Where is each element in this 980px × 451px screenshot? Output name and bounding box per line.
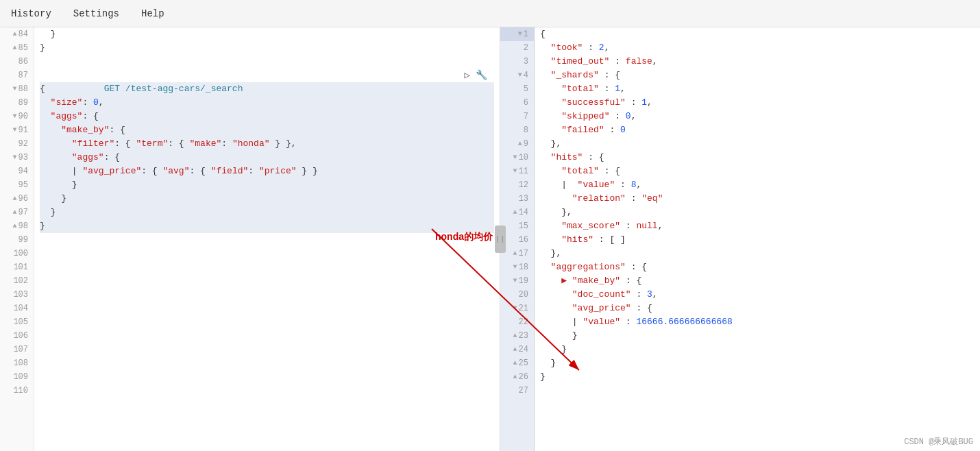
rcode-21: "avg_price" : { [540, 302, 975, 315]
rcode-4: "_shards" : { [540, 69, 975, 82]
line-num-102: 102 [0, 274, 34, 288]
line-num-108: 108 [0, 356, 34, 370]
rline-14: ▲14 [500, 206, 534, 219]
code-line-99 [40, 233, 494, 247]
line-num-95: 95 [0, 178, 34, 192]
panel-divider[interactable]: || [495, 226, 506, 253]
line-num-97: ▲97 [0, 206, 34, 219]
line-num-89: 89 [0, 96, 34, 110]
line-num-103: 103 [0, 288, 34, 302]
line-num-91: ▼91 [0, 123, 34, 137]
code-line-90: "aggs": { [40, 110, 494, 123]
rline-7: 7 [500, 110, 534, 123]
rline-27: 27 [500, 384, 534, 398]
rcode-14: }, [540, 206, 975, 219]
left-line-numbers: ▲84 ▲85 86 87 ▼88 89 ▼90 ▼91 92 ▼93 94 9… [0, 27, 34, 451]
code-line-107 [40, 343, 494, 356]
rline-6: 6 [500, 96, 534, 110]
code-line-94: | "avg_price": { "avg": { "field": "pric… [40, 164, 494, 178]
code-line-95: } [40, 178, 494, 192]
rcode-26: } [540, 370, 975, 384]
line-num-104: 104 [0, 302, 34, 315]
rcode-16: "hits" : [ ] [540, 233, 975, 247]
line-num-109: 109 [0, 370, 34, 384]
line-num-107: 107 [0, 343, 34, 356]
right-code-area: ▼1 2 3 ▼4 5 6 7 8 ▲9 ▼10 ▼11 12 13 ▲14 1… [500, 27, 980, 451]
rcode-6: "successful" : 1, [540, 96, 975, 110]
watermark: CSDN @乘风破BUG [904, 436, 973, 448]
main-area: ▲84 ▲85 86 87 ▼88 89 ▼90 ▼91 92 ▼93 94 9… [0, 27, 980, 451]
rline-1: ▼1 [500, 27, 534, 41]
rline-12: 12 [500, 178, 534, 192]
code-line-109 [40, 370, 494, 384]
code-line-104 [40, 302, 494, 315]
menubar: History Settings Help [0, 0, 980, 27]
right-code-content: { "took" : 2, "timed_out" : false, "_sha… [535, 27, 980, 451]
rcode-1: { [540, 27, 975, 41]
code-line-103 [40, 288, 494, 302]
code-line-85: } [40, 41, 494, 55]
line-num-86: 86 [0, 55, 34, 69]
code-line-92: "filter": { "term": { "make": "honda" } … [40, 137, 494, 151]
rcode-15: "max_score" : null, [540, 219, 975, 233]
line-num-100: 100 [0, 247, 34, 260]
menu-help[interactable]: Help [137, 5, 169, 22]
rline-23: ▲23 [500, 329, 534, 343]
rcode-19: ▶ "make_by" : { [540, 274, 975, 288]
line-num-88: ▼88 [0, 82, 34, 96]
left-panel: ▲84 ▲85 86 87 ▼88 89 ▼90 ▼91 92 ▼93 94 9… [0, 27, 500, 451]
code-line-89: "size": 0, [40, 96, 494, 110]
rline-25: ▲25 [500, 356, 534, 370]
line-num-87: 87 [0, 69, 34, 82]
rline-11: ▼11 [500, 164, 534, 178]
rcode-5: "total" : 1, [540, 82, 975, 96]
menu-history[interactable]: History [7, 5, 56, 22]
rcode-3: "timed_out" : false, [540, 55, 975, 69]
rline-3: 3 [500, 55, 534, 69]
rline-21: ▼21 [500, 302, 534, 315]
rcode-8: "failed" : 0 [540, 123, 975, 137]
run-icon[interactable]: ▷ [465, 69, 470, 82]
code-line-108 [40, 356, 494, 370]
code-line-102 [40, 274, 494, 288]
left-code-area: ▲84 ▲85 86 87 ▼88 89 ▼90 ▼91 92 ▼93 94 9… [0, 27, 500, 451]
rcode-24: } [540, 343, 975, 356]
app-container: History Settings Help ▲84 ▲85 86 87 ▼88 … [0, 0, 980, 451]
code-line-93: "aggs": { [40, 151, 494, 164]
code-line-98: } [40, 219, 494, 233]
rline-22: 22 [500, 315, 534, 329]
code-line-105 [40, 315, 494, 329]
rcode-18: "aggregations" : { [540, 260, 975, 274]
rline-4: ▼4 [500, 69, 534, 82]
line-num-105: 105 [0, 315, 34, 329]
line-num-84: ▲84 [0, 27, 34, 41]
line-num-93: ▼93 [0, 151, 34, 164]
rline-13: 13 [500, 192, 534, 206]
rline-9: ▲9 [500, 137, 534, 151]
rcode-2: "took" : 2, [540, 41, 975, 55]
code-line-84: } [40, 27, 494, 41]
rcode-25: } [540, 356, 975, 370]
line-num-101: 101 [0, 260, 34, 274]
code-line-96: } [40, 192, 494, 206]
line-num-90: ▼90 [0, 110, 34, 123]
rcode-13: "relation" : "eq" [540, 192, 975, 206]
toolbar-icons: ▷ 🔧 [465, 69, 487, 82]
code-line-101 [40, 260, 494, 274]
wrench-icon[interactable]: 🔧 [476, 69, 487, 82]
code-line-106 [40, 329, 494, 343]
code-line-91: "make_by": { [40, 123, 494, 137]
rcode-23: } [540, 329, 975, 343]
line-num-92: 92 [0, 137, 34, 151]
rline-26: ▲26 [500, 370, 534, 384]
rline-19: ▼19 [500, 274, 534, 288]
rline-2: 2 [500, 41, 534, 55]
rcode-17: }, [540, 247, 975, 260]
rcode-10: "hits" : { [540, 151, 975, 164]
rcode-11: "total" : { [540, 164, 975, 178]
menu-settings[interactable]: Settings [69, 5, 123, 22]
line-num-110: 110 [0, 384, 34, 398]
left-code-content: } } GET /test-agg-cars/_search ▷ 🔧 { "si… [34, 27, 500, 451]
line-num-99: 99 [0, 233, 34, 247]
code-line-100 [40, 247, 494, 260]
